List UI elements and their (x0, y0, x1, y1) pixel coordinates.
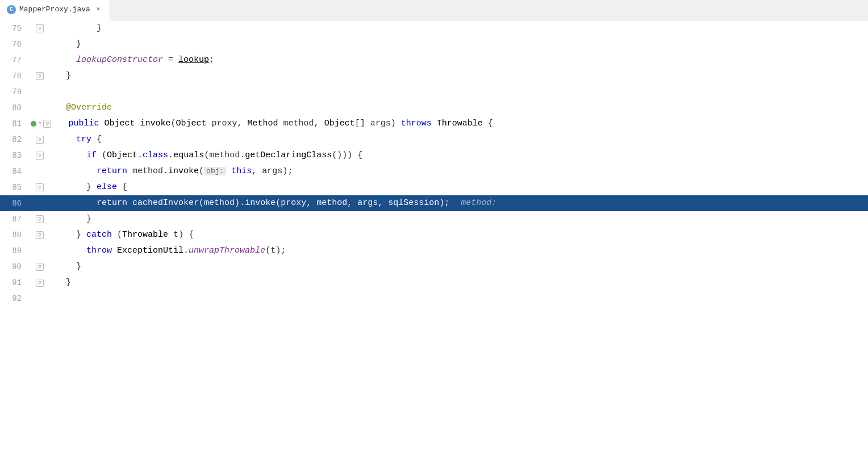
gutter-icons (28, 243, 51, 259)
gutter-icons: ▽ (28, 275, 51, 291)
line-code (51, 291, 868, 307)
line-code: } (51, 211, 868, 227)
execution-arrow: ↑ (37, 120, 42, 128)
tab-mapperproxy[interactable]: C MapperProxy.java × (0, 0, 110, 20)
line-code: } catch (Throwable t) { (51, 227, 868, 243)
line-number: 76 (0, 36, 28, 52)
tab-bar: C MapperProxy.java × (0, 0, 868, 20)
fold-icon[interactable]: ▽ (36, 231, 44, 239)
fold-icon[interactable]: ▽ (36, 263, 44, 271)
tab-filename: MapperProxy.java (19, 5, 90, 14)
gutter-icons (28, 100, 51, 116)
inline-hint: method: (461, 198, 496, 208)
gutter-icons: ▽ (28, 179, 51, 195)
line-number: 84 (0, 164, 28, 179)
line-number: 89 (0, 243, 28, 259)
line-number: 87 (0, 211, 28, 227)
line-86: 86 return cachedInvoker(method).invoke(p… (0, 195, 868, 211)
line-82: 82▽ try { (0, 132, 868, 148)
line-83: 83▽ if (Object.class.equals(method.getDe… (0, 148, 868, 164)
line-92: 92 (0, 291, 868, 307)
gutter-icons: ▽ (28, 227, 51, 243)
line-number: 80 (0, 100, 28, 116)
line-code: @Override (51, 100, 868, 116)
line-number: 92 (0, 291, 28, 307)
line-code: } (51, 36, 868, 52)
line-number: 91 (0, 275, 28, 291)
line-84: 84 return method.invoke(obj: this, args)… (0, 164, 868, 179)
line-number: 78 (0, 68, 28, 84)
line-code: } (51, 259, 868, 275)
line-code: return cachedInvoker(method).invoke(prox… (51, 195, 868, 211)
gutter-icons (28, 291, 51, 307)
fold-icon[interactable]: ▽ (36, 183, 44, 191)
line-code: return method.invoke(obj: this, args); (51, 164, 868, 179)
line-code: throw ExceptionUtil.unwrapThrowable(t); (51, 243, 868, 259)
line-number: 82 (0, 132, 28, 148)
line-code: } (51, 68, 868, 84)
line-80: 80 @Override (0, 100, 868, 116)
line-number: 81 (0, 116, 28, 132)
line-number: 85 (0, 179, 28, 195)
line-number: 75 (0, 20, 28, 36)
line-code: lookupConstructor = lookup; (51, 52, 868, 68)
line-91: 91▽ } (0, 275, 868, 291)
gutter-icons: ▽ (28, 259, 51, 275)
gutter-icons: ▽ (28, 148, 51, 164)
line-87: 87▽ } (0, 211, 868, 227)
line-79: 79 (0, 84, 868, 100)
gutter-icons (28, 52, 51, 68)
line-code: if (Object.class.equals(method.getDeclar… (51, 148, 868, 164)
gutter-icons: ▽ (28, 20, 51, 36)
tab-close-button[interactable]: × (94, 5, 103, 14)
tab-file-icon: C (7, 5, 16, 14)
line-code: } (51, 20, 868, 36)
line-number: 86 (0, 195, 28, 211)
fold-icon[interactable]: ▽ (36, 24, 44, 32)
line-code: public Object invoke(Object proxy, Metho… (53, 116, 868, 132)
fold-icon[interactable]: ▽ (36, 72, 44, 80)
gutter-icons: ▽ (28, 68, 51, 84)
line-85: 85▽ } else { (0, 179, 868, 195)
gutter-icons (28, 84, 51, 100)
line-75: 75▽ } (0, 20, 868, 36)
fold-icon[interactable]: ▽ (36, 152, 44, 160)
line-77: 77 lookupConstructor = lookup; (0, 52, 868, 68)
fold-icon[interactable]: ▽ (36, 279, 44, 287)
gutter-icons (28, 36, 51, 52)
editor-container: 75▽ }76 }77 lookupConstructor = lookup;7… (0, 20, 868, 461)
line-number: 90 (0, 259, 28, 275)
line-number: 79 (0, 84, 28, 100)
line-78: 78▽ } (0, 68, 868, 84)
gutter-icons (28, 195, 51, 211)
line-76: 76 } (0, 36, 868, 52)
line-code: } (51, 275, 868, 291)
line-89: 89 throw ExceptionUtil.unwrapThrowable(t… (0, 243, 868, 259)
line-88: 88▽ } catch (Throwable t) { (0, 227, 868, 243)
gutter-icons: ▽ (28, 211, 51, 227)
line-code (51, 84, 868, 100)
line-81: 81↑▽ public Object invoke(Object proxy, … (0, 116, 868, 132)
gutter-icons (28, 164, 51, 179)
line-code: } else { (51, 179, 868, 195)
line-number: 88 (0, 227, 28, 243)
gutter-icons: ↑▽ (28, 116, 53, 132)
fold-icon[interactable]: ▽ (36, 215, 44, 223)
line-number: 77 (0, 52, 28, 68)
line-90: 90▽ } (0, 259, 868, 275)
breakpoint-indicator (31, 121, 36, 127)
line-number: 83 (0, 148, 28, 164)
gutter-icons: ▽ (28, 132, 51, 148)
line-code: try { (51, 132, 868, 148)
fold-icon[interactable]: ▽ (36, 136, 44, 144)
code-area[interactable]: 75▽ }76 }77 lookupConstructor = lookup;7… (0, 20, 868, 461)
fold-icon[interactable]: ▽ (43, 120, 51, 128)
